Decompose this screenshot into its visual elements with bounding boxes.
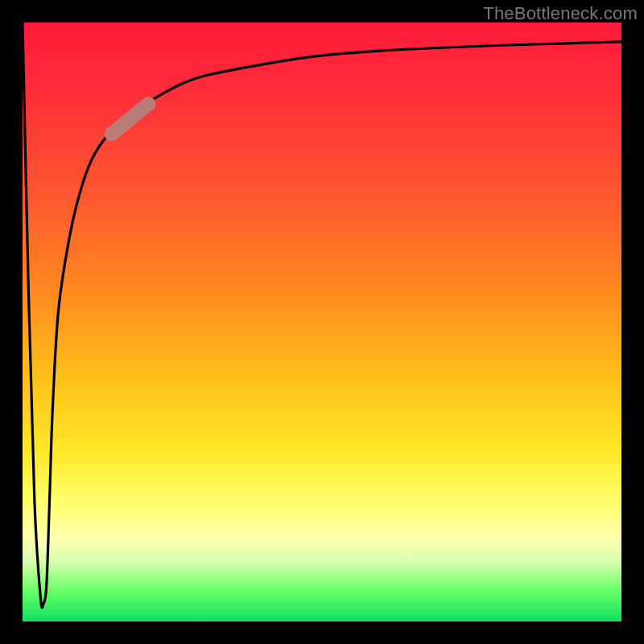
curve-svg [23,23,621,621]
chart-frame: TheBottleneck.com [0,0,644,644]
watermark-text: TheBottleneck.com [483,3,638,24]
plot-area [23,23,621,621]
bottleneck-curve [23,23,621,608]
